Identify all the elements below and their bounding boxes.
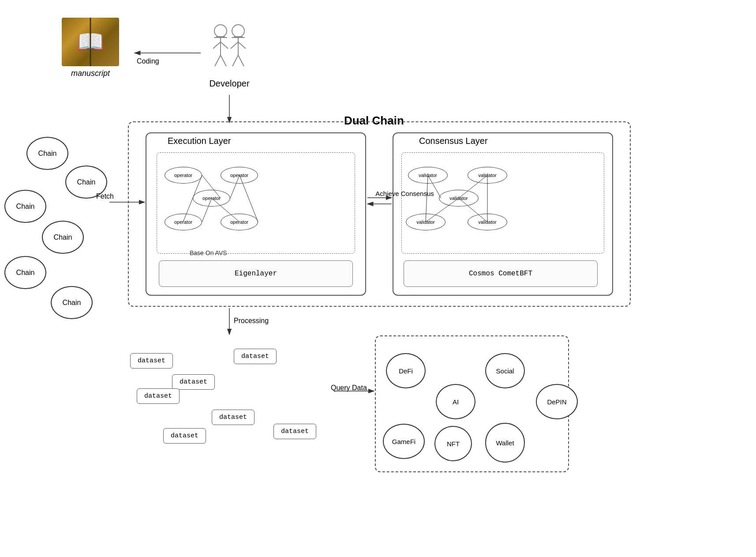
achieve-consensus-label: Achieve Consensus xyxy=(371,190,439,197)
chain-circle-3: Chain xyxy=(4,190,46,223)
svg-line-16 xyxy=(221,55,226,66)
operator-1: operator xyxy=(165,167,202,184)
app-depin: DePIN xyxy=(536,384,578,419)
svg-line-23 xyxy=(232,55,238,66)
app-wallet: Wallet xyxy=(485,423,525,463)
dataset-5: dataset xyxy=(212,410,254,425)
dataset-1: dataset xyxy=(130,353,173,369)
developer-section: Developer xyxy=(203,18,256,89)
operator-2: operator xyxy=(221,167,258,184)
svg-line-15 xyxy=(215,55,221,66)
manuscript-section: manuscript xyxy=(62,18,119,78)
svg-line-14 xyxy=(221,42,228,49)
svg-line-13 xyxy=(213,42,221,49)
manuscript-image xyxy=(62,18,119,66)
developer-label: Developer xyxy=(203,79,256,89)
eigenlayer-box: Eigenlayer xyxy=(159,260,353,287)
app-defi: DeFi xyxy=(386,353,426,388)
app-ai: AI xyxy=(436,384,475,419)
chain-circle-1: Chain xyxy=(26,137,68,170)
operator-3: operator xyxy=(193,190,230,207)
validator-2: validator xyxy=(468,167,507,184)
app-social: Social xyxy=(485,353,525,388)
diagram-container: Developer Coding manuscript Depoly Dual … xyxy=(0,0,756,557)
consensus-layer-title: Consensus Layer xyxy=(419,136,488,146)
cosmos-label: Cosmos CometBFT xyxy=(469,270,532,278)
svg-rect-10 xyxy=(216,36,225,37)
validator-4: validator xyxy=(406,214,445,230)
validator-5: validator xyxy=(468,214,507,230)
operator-5: operator xyxy=(221,214,258,230)
app-gamefi: GameFi xyxy=(383,424,425,459)
eigenlayer-label: Eigenlayer xyxy=(235,270,277,278)
svg-line-22 xyxy=(238,42,246,49)
developer-icon xyxy=(205,18,254,75)
svg-point-17 xyxy=(232,25,244,37)
dataset-7: dataset xyxy=(273,424,316,439)
query-data-label: Query Data xyxy=(331,384,367,392)
app-nft: NFT xyxy=(434,426,472,461)
svg-rect-18 xyxy=(234,36,243,37)
coding-label: Coding xyxy=(137,57,159,65)
processing-label: Processing xyxy=(234,317,269,325)
chain-circle-5: Chain xyxy=(4,256,46,289)
dataset-2: dataset xyxy=(172,374,215,390)
svg-line-21 xyxy=(231,42,238,49)
dataset-6: dataset xyxy=(163,428,206,444)
operator-4: operator xyxy=(165,214,202,230)
svg-point-9 xyxy=(214,25,227,37)
fetch-label: Fetch xyxy=(96,192,114,200)
chain-circle-6: Chain xyxy=(51,286,93,319)
cosmos-box: Cosmos CometBFT xyxy=(404,260,598,287)
validator-3: validator xyxy=(439,190,479,207)
avs-label: Base On AVS xyxy=(190,249,227,256)
dataset-4: dataset xyxy=(137,388,180,404)
dataset-3: dataset xyxy=(234,349,277,364)
chain-circle-4: Chain xyxy=(42,221,84,254)
execution-layer-title: Execution Layer xyxy=(168,136,231,146)
validator-1: validator xyxy=(408,167,448,184)
svg-line-24 xyxy=(238,55,244,66)
manuscript-label: manuscript xyxy=(62,69,119,78)
